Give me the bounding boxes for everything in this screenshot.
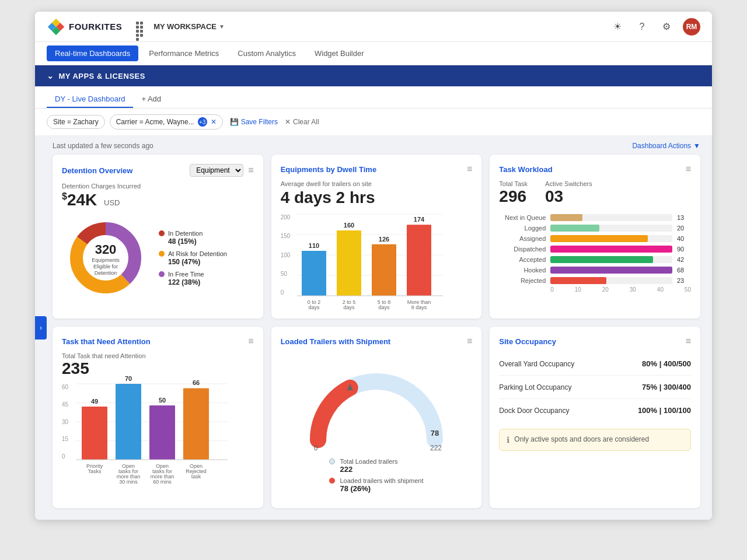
top-nav: FOURKITES MY WORKSPACE ▼ ☀ ? ⚙ RM <box>35 12 712 42</box>
svg-rect-40 <box>82 407 107 460</box>
loaded-title: Loaded Trailers with Shipment <box>281 337 391 346</box>
filter-carrier[interactable]: Carrier = Acme, Wayne... +3 ✕ <box>110 114 223 130</box>
sun-icon[interactable]: ☀ <box>609 19 626 35</box>
dwell-menu-icon[interactable]: ≡ <box>467 164 472 174</box>
avatar[interactable]: RM <box>683 18 700 36</box>
detention-dropdown[interactable]: Equipment <box>190 164 243 177</box>
loaded-trailers-card: Loaded Trailers with Shipment ≡ <box>271 327 482 508</box>
sub-nav: Real-time Dashboards Performance Metrics… <box>35 42 712 65</box>
filter-carrier-label: Carrier = Acme, Wayne... <box>116 118 194 126</box>
filter-actions: 💾 Save Filters ✕ Clear All <box>230 118 319 126</box>
svg-rect-24 <box>407 225 431 296</box>
detention-controls: Equipment ≡ <box>190 164 253 177</box>
attention-total-label: Total Task that need Attention <box>62 352 254 359</box>
workload-menu-icon[interactable]: ≡ <box>686 164 691 174</box>
occupancy-dock: Dock Door Occupancy 100% | 100/100 <box>499 399 691 422</box>
active-switchers-item: Active Switchers 03 <box>545 180 592 206</box>
sub-nav-widget[interactable]: Widget Builder <box>306 46 372 61</box>
dashboard-actions-chevron-icon: ▼ <box>693 142 700 150</box>
dwell-bar-chart: 110 160 126 174 0 to 2 <box>297 214 443 307</box>
tab-add-button[interactable]: + Add <box>135 91 167 108</box>
dwell-chart-container: 050100150200 110 <box>281 214 473 309</box>
attention-menu-icon[interactable]: ≡ <box>248 336 253 346</box>
workload-title: Task Workload <box>499 165 552 174</box>
legend-loaded-shipment: Loaded trailers with shipment 78 (26%) <box>329 477 423 493</box>
gear-icon[interactable]: ⚙ <box>658 19 675 35</box>
attention-total-value: 235 <box>62 359 254 378</box>
svg-text:174: 174 <box>413 216 424 223</box>
detention-title: Detention Overview <box>62 166 132 175</box>
bar-assigned: Assigned 40 <box>499 235 691 242</box>
tab-live-dashboard[interactable]: DY - Live Dashboard <box>47 91 133 108</box>
workspace-chevron-icon: ▼ <box>219 23 225 30</box>
dwell-title: Equipments by Dwell Time <box>281 165 376 174</box>
dashboard-actions-button[interactable]: Dashboard Actions ▼ <box>632 142 700 150</box>
legend-detention: In Detention 48 (15%) <box>159 230 227 246</box>
sub-nav-realtime[interactable]: Real-time Dashboards <box>47 46 138 61</box>
bottom-cards-grid: Task that Need Attention ≡ Total Task th… <box>35 327 712 520</box>
site-occupancy-card: Site Occupancy ≡ Overall Yard Occupancy … <box>490 327 700 508</box>
donut-container: 320 Equipments Eligible for Detention In… <box>62 214 254 302</box>
svg-text:78: 78 <box>431 429 439 438</box>
legend-at-risk: At Risk for Detention 150 (47%) <box>159 250 227 266</box>
svg-text:222: 222 <box>430 444 442 452</box>
svg-text:66: 66 <box>193 379 200 386</box>
attention-header: Task that Need Attention ≡ <box>62 336 254 346</box>
legend-total-loaded: Total Loaded trailers 222 <box>329 458 423 474</box>
logo-icon <box>47 18 65 36</box>
filter-carrier-remove-icon[interactable]: ✕ <box>211 118 217 126</box>
attention-y-axis: 015304560 <box>62 384 68 460</box>
banner-chevron-icon: ⌄ <box>47 71 54 80</box>
save-filters-button[interactable]: 💾 Save Filters <box>230 118 278 126</box>
dwell-subtitle: Average dwell for trailers on site <box>281 180 473 187</box>
bar-rejected: Rejected 23 <box>499 277 691 284</box>
occupancy-header: Site Occupancy ≡ <box>499 336 691 346</box>
loaded-menu-icon[interactable]: ≡ <box>467 336 472 346</box>
grid-icon[interactable] <box>136 22 146 32</box>
occupancy-menu-icon[interactable]: ≡ <box>686 336 691 346</box>
filter-row: Site = Zachary Carrier = Acme, Wayne... … <box>35 108 712 136</box>
bar-accepted: Accepted 42 <box>499 256 691 263</box>
banner-label: MY APPS & LICENSES <box>59 72 145 80</box>
help-icon[interactable]: ? <box>634 19 650 35</box>
sub-nav-performance[interactable]: Performance Metrics <box>141 46 227 61</box>
occupancy-title: Site Occupancy <box>499 337 556 346</box>
sub-nav-analytics[interactable]: Custom Analytics <box>229 46 304 61</box>
svg-text:49: 49 <box>91 398 98 405</box>
workload-bars: Next in Queue 13 Logged 20 Assigned 40 <box>499 214 691 284</box>
gauge-container: 78 0 222 Total Loaded trailers <box>281 352 473 499</box>
svg-text:50: 50 <box>159 397 166 404</box>
content-header: Last updated a few seconds ago Dashboard… <box>35 136 712 155</box>
filter-site[interactable]: Site = Zachary <box>47 115 105 129</box>
tabs-row: DY - Live Dashboard + Add <box>35 86 712 108</box>
detention-header: Detention Overview Equipment ≡ <box>62 164 254 177</box>
filter-carrier-count[interactable]: +3 <box>198 117 207 127</box>
bar-next-queue: Next in Queue 13 <box>499 214 691 221</box>
attention-bar-chart: 49 70 50 66 Priority Tasks <box>76 384 228 492</box>
top-cards-grid: Detention Overview Equipment ≡ Detention… <box>35 155 712 327</box>
workspace-button[interactable]: MY WORKSPACE ▼ <box>153 22 225 31</box>
svg-rect-46 <box>183 388 209 460</box>
detention-overview-card: Detention Overview Equipment ≡ Detention… <box>53 155 263 318</box>
gauge-legend: Total Loaded trailers 222 Loaded trailer… <box>329 458 423 493</box>
sidebar-toggle[interactable]: › <box>35 316 47 340</box>
dwell-time-card: Equipments by Dwell Time ≡ Average dwell… <box>271 155 482 318</box>
svg-rect-20 <box>337 230 361 296</box>
svg-text:110: 110 <box>308 242 319 249</box>
svg-text:8 days: 8 days <box>411 304 427 310</box>
occupancy-parking: Parking Lot Occupancy 75% | 300/400 <box>499 376 691 399</box>
attention-chart-container: 015304560 49 70 <box>62 384 254 494</box>
detention-menu-icon[interactable]: ≡ <box>248 165 253 176</box>
gauge-chart: 78 0 222 <box>301 358 452 452</box>
last-updated-text: Last updated a few seconds ago <box>53 142 153 150</box>
svg-rect-42 <box>116 384 141 460</box>
save-icon: 💾 <box>230 118 239 126</box>
svg-text:Tasks: Tasks <box>88 468 102 474</box>
svg-text:days: days <box>308 304 320 310</box>
occupancy-note: ℹ Only active spots and doors are consid… <box>499 429 691 451</box>
clear-all-button[interactable]: ✕ Clear All <box>285 118 319 126</box>
occupancy-note-text: Only active spots and doors are consider… <box>514 435 649 443</box>
svg-text:Eligible for: Eligible for <box>93 264 118 270</box>
svg-text:task: task <box>191 474 201 480</box>
svg-text:320: 320 <box>95 242 117 257</box>
